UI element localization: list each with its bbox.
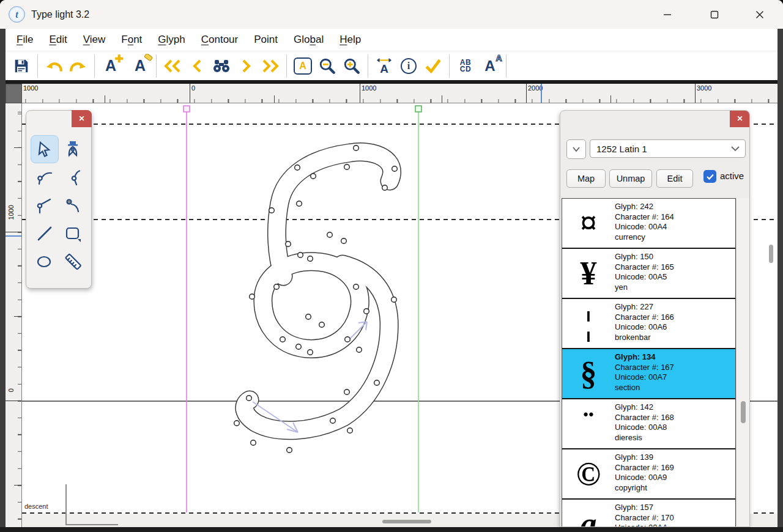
add-glyph-icon[interactable]: A✚: [98, 54, 123, 78]
menu-glyph[interactable]: Glyph: [150, 34, 193, 46]
ruler-label: 0: [191, 84, 195, 92]
tool-draw-path[interactable]: [59, 135, 87, 163]
glyph-preview: §: [562, 349, 615, 398]
toolbar-separator: [506, 54, 507, 78]
window-border: [0, 29, 6, 527]
menu-help[interactable]: Help: [332, 34, 369, 46]
glyph-preview: ¦: [562, 299, 615, 348]
menu-point[interactable]: Point: [246, 34, 286, 46]
horizontal-scrollbar-thumb[interactable]: [382, 520, 431, 523]
cursor-y-marker: [6, 235, 22, 237]
advance-width-icon[interactable]: A: [372, 54, 396, 78]
minimize-button[interactable]: [653, 5, 681, 24]
codepage-value: 1252 Latin 1: [596, 144, 730, 154]
edit-button[interactable]: Edit: [656, 169, 693, 188]
left-sidebearing-handle[interactable]: [184, 106, 190, 112]
erase-glyph-icon[interactable]: A: [128, 54, 152, 78]
kerning-pairs-icon[interactable]: ABCD: [453, 54, 478, 78]
zoom-out-icon[interactable]: [315, 54, 340, 78]
rename-glyph-icon[interactable]: AA: [478, 54, 502, 78]
menu-view[interactable]: View: [75, 34, 114, 46]
vertical-ruler: 1000 0: [6, 103, 22, 527]
glyph-row-ordfeminine[interactable]: a Glyph: 157Character #: 170Unicode: 00A…: [562, 500, 735, 527]
find-glyph-icon[interactable]: [209, 54, 234, 78]
glyph-preview: ¤: [562, 199, 615, 248]
window-border: [0, 527, 783, 532]
glyph-row-copyright[interactable]: © Glyph: 139Character #: 169Unicode: 00A…: [562, 449, 735, 500]
tool-draw-ellipse[interactable]: [31, 248, 59, 276]
vertical-scrollbar-thumb[interactable]: [769, 245, 773, 263]
app-icon: t: [9, 6, 25, 23]
next-glyph-icon[interactable]: [234, 54, 258, 78]
menu-font[interactable]: Font: [113, 34, 150, 46]
toolbar-separator: [449, 54, 450, 78]
previous-glyph-icon[interactable]: [185, 54, 209, 78]
tool-convert-point[interactable]: [59, 191, 87, 220]
glyph-list: ¤ Glyph: 242Character #: 164Unicode: 00A…: [562, 198, 736, 527]
codepage-select[interactable]: 1252 Latin 1: [590, 139, 746, 158]
map-button[interactable]: Map: [566, 169, 606, 188]
glyph-preview: ¨: [562, 399, 615, 448]
unmap-button[interactable]: Unmap: [609, 169, 652, 188]
tool-select[interactable]: [31, 135, 59, 163]
tool-palette: ✕: [26, 110, 92, 289]
tool-draw-rectangle[interactable]: [59, 220, 87, 248]
window-border: [777, 29, 783, 527]
title-bar: t Type light 3.2: [0, 0, 783, 29]
glyph-info-icon[interactable]: i: [396, 54, 421, 78]
toolbar: A✚ A A A i: [6, 51, 781, 84]
glyph-row-currency[interactable]: ¤ Glyph: 242Character #: 164Unicode: 00A…: [562, 199, 735, 249]
glyph-row-brokenbar[interactable]: ¦ Glyph: 227Character #: 166Unicode: 00A…: [562, 299, 735, 349]
validate-icon[interactable]: [421, 54, 445, 78]
tool-add-corner-point[interactable]: [31, 191, 59, 220]
tool-add-curve-point[interactable]: [31, 163, 59, 191]
glyph-row-yen[interactable]: ¥ Glyph: 150Character #: 165Unicode: 00A…: [562, 249, 735, 299]
chevron-down-icon: [730, 146, 740, 152]
window-title: Type light 3.2: [31, 9, 89, 20]
last-glyph-icon[interactable]: [258, 54, 283, 78]
menu-bar: File Edit View Font Glyph Contour Point …: [6, 29, 777, 51]
panel-close-icon[interactable]: ✕: [730, 110, 750, 127]
tool-add-smooth-point[interactable]: [59, 163, 87, 191]
ruler-label: 0: [7, 388, 15, 392]
glyph-preview: a: [562, 500, 615, 527]
undo-icon[interactable]: [42, 54, 66, 78]
zoom-in-icon[interactable]: [340, 54, 364, 78]
menu-contour[interactable]: Contour: [193, 34, 246, 46]
cursor-x-marker: [541, 84, 542, 103]
menu-file[interactable]: File: [9, 34, 41, 46]
tool-draw-line[interactable]: [31, 220, 59, 248]
glyph-row-section-selected[interactable]: § Glyph: 134Character #: 167Unicode: 00A…: [562, 349, 735, 399]
menu-global[interactable]: Global: [286, 34, 332, 46]
ruler-label: 1000: [7, 205, 15, 220]
first-glyph-icon[interactable]: [160, 54, 185, 78]
glyph-list-scrollbar-thumb[interactable]: [741, 401, 746, 423]
menu-edit[interactable]: Edit: [41, 34, 75, 46]
advance-width-handle[interactable]: [415, 106, 421, 112]
redo-icon[interactable]: [66, 54, 91, 78]
ruler-label: 1000: [23, 84, 38, 92]
horizontal-ruler: 1000 0 1000 2000 3000: [22, 84, 777, 103]
save-icon[interactable]: [9, 54, 34, 78]
toolbar-separator: [94, 54, 95, 78]
preview-glyph-icon[interactable]: A: [291, 54, 315, 78]
close-button[interactable]: [746, 5, 774, 24]
active-checkbox[interactable]: [703, 170, 716, 183]
tool-measure[interactable]: [59, 248, 87, 276]
toolbar-separator: [156, 54, 157, 78]
ruler-label: 3000: [697, 84, 711, 92]
glyph-list-scrollbar[interactable]: [736, 198, 750, 527]
toolbar-separator: [368, 54, 368, 78]
ruler-corner: [6, 84, 22, 103]
palette-close-icon[interactable]: ✕: [72, 110, 92, 127]
glyph-row-dieresis[interactable]: ¨ Glyph: 142Character #: 168Unicode: 00A…: [562, 399, 735, 449]
toolbar-separator: [286, 54, 287, 78]
active-checkbox-label: active: [720, 171, 744, 181]
glyph-preview: ©: [562, 449, 615, 498]
glyph-preview: ¥: [562, 249, 615, 298]
ruler-label: 1000: [362, 84, 376, 92]
app-window: t Type light 3.2 File Edit View Font Gly…: [0, 0, 783, 532]
toolbar-separator: [37, 54, 38, 78]
maximize-button[interactable]: [700, 5, 729, 24]
codepage-prev-button[interactable]: [566, 139, 586, 159]
